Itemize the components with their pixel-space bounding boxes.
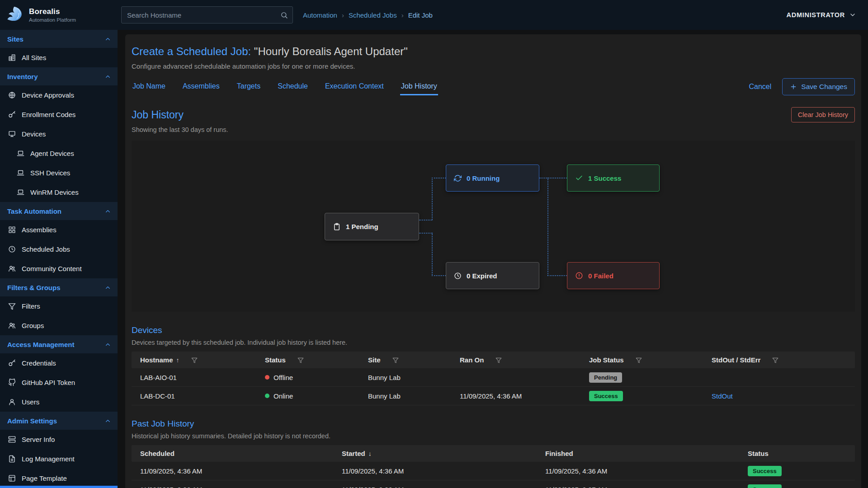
sidebar-item-credentials[interactable]: Credentials bbox=[0, 353, 118, 373]
sidebar-section-filters-groups[interactable]: Filters & Groups bbox=[0, 278, 118, 296]
filter-icon[interactable] bbox=[636, 357, 642, 363]
devices-column-ran-on[interactable]: Ran On bbox=[460, 356, 589, 364]
column-label: Started bbox=[342, 450, 365, 457]
check-icon bbox=[575, 174, 583, 182]
page-title-prefix: Create a Scheduled Job: bbox=[132, 45, 251, 57]
past-table-body: 11/09/2025, 4:36 AM11/09/2025, 4:36 AM11… bbox=[132, 462, 855, 488]
chevron-up-icon bbox=[104, 36, 111, 42]
sidebar-section-task-automation[interactable]: Task Automation bbox=[0, 202, 118, 220]
flow-box-failed[interactable]: 0 Failed bbox=[567, 262, 660, 289]
grid-icon bbox=[8, 226, 16, 234]
clear-job-history-button[interactable]: Clear Job History bbox=[791, 107, 855, 122]
tab-assemblies[interactable]: Assemblies bbox=[182, 79, 221, 95]
flow-box-running[interactable]: 0 Running bbox=[446, 164, 539, 192]
tab-job-history[interactable]: Job History bbox=[400, 79, 438, 95]
sidebar-item-assemblies[interactable]: Assemblies bbox=[0, 220, 118, 239]
flow-box-label: 1 Success bbox=[588, 174, 621, 182]
flow-box-success[interactable]: 1 Success bbox=[567, 164, 660, 192]
clock-icon bbox=[8, 245, 16, 253]
sidebar-item-filters[interactable]: Filters bbox=[0, 296, 118, 316]
devices-subheading: Devices targeted by this scheduled job. … bbox=[132, 339, 855, 346]
sidebar-item-groups[interactable]: Groups bbox=[0, 316, 118, 335]
sidebar-section-admin-settings[interactable]: Admin Settings bbox=[0, 412, 118, 430]
filter-icon[interactable] bbox=[297, 357, 304, 363]
content-panel: Create a Scheduled Job: "Hourly Borealis… bbox=[125, 34, 861, 488]
filter-icon[interactable] bbox=[191, 357, 198, 363]
user-menu[interactable]: ADMINISTRATOR bbox=[787, 11, 856, 19]
status-dot-icon bbox=[265, 394, 269, 398]
status-label: Online bbox=[274, 392, 293, 400]
sidebar-item-page-template[interactable]: Page Template bbox=[0, 469, 118, 488]
breadcrumb-edit-job[interactable]: Edit Job bbox=[408, 11, 433, 19]
devices-column-job-status[interactable]: Job Status bbox=[589, 356, 712, 364]
devices-column-hostname[interactable]: Hostname↑ bbox=[132, 356, 265, 364]
sidebar-section-inventory[interactable]: Inventory bbox=[0, 67, 118, 85]
finished-cell: 11/09/2025, 4:36 AM bbox=[545, 467, 748, 475]
sidebar-item-devices[interactable]: Devices bbox=[0, 124, 118, 144]
column-label: Hostname bbox=[140, 356, 173, 364]
past-job-row[interactable]: 11/09/2025, 3:36 AM11/09/2025, 3:36 AM11… bbox=[132, 480, 855, 488]
device-row-lab-aio-01[interactable]: LAB-AIO-01OfflineBunny LabPending bbox=[132, 368, 855, 387]
save-changes-label: Save Changes bbox=[801, 83, 847, 91]
started-cell: 11/09/2025, 4:36 AM bbox=[342, 467, 545, 475]
filter-icon[interactable] bbox=[495, 357, 502, 363]
sidebar-item-agent-devices[interactable]: Agent Devices bbox=[0, 144, 118, 163]
sidebar-nav: SitesAll SitesInventoryDevice ApprovalsE… bbox=[0, 30, 118, 488]
job-status-badge: Success bbox=[589, 391, 623, 401]
sidebar-item-device-approvals[interactable]: Device Approvals bbox=[0, 85, 118, 105]
sidebar-item-scheduled-jobs[interactable]: Scheduled Jobs bbox=[0, 239, 118, 259]
sidebar-item-enrollment-codes[interactable]: Enrollment Codes bbox=[0, 105, 118, 124]
breadcrumb-automation[interactable]: Automation bbox=[303, 11, 337, 19]
tab-targets[interactable]: Targets bbox=[236, 79, 261, 95]
laptop-icon bbox=[17, 188, 24, 196]
sidebar-item-users[interactable]: Users bbox=[0, 392, 118, 412]
stdout-link[interactable]: StdOut bbox=[712, 392, 733, 400]
devices-column-status[interactable]: Status bbox=[265, 356, 368, 364]
cancel-button[interactable]: Cancel bbox=[749, 83, 772, 91]
sidebar-item-all-sites[interactable]: All Sites bbox=[0, 48, 118, 67]
flow-box-expired[interactable]: 0 Expired bbox=[446, 262, 539, 289]
breadcrumb-scheduled-jobs[interactable]: Scheduled Jobs bbox=[349, 11, 397, 19]
breadcrumb-separator: › bbox=[401, 11, 404, 19]
sidebar-section-access-management[interactable]: Access Management bbox=[0, 335, 118, 353]
tab-execution-context[interactable]: Execution Context bbox=[324, 79, 385, 95]
devices-column-site[interactable]: Site bbox=[368, 356, 460, 364]
page-actions: Cancel Save Changes bbox=[749, 78, 855, 95]
sidebar-item-github-api-token[interactable]: GitHub API Token bbox=[0, 373, 118, 392]
devices-column-stdout-stderr[interactable]: StdOut / StdErr bbox=[712, 356, 855, 364]
nav-item-label: SSH Devices bbox=[30, 169, 70, 177]
sidebar-section-sites[interactable]: Sites bbox=[0, 30, 118, 48]
flow-box-pending[interactable]: 1 Pending bbox=[325, 213, 419, 240]
filter-icon bbox=[8, 302, 16, 310]
sidebar-item-winrm-devices[interactable]: WinRM Devices bbox=[0, 183, 118, 202]
save-changes-button[interactable]: Save Changes bbox=[782, 78, 855, 95]
section-label: Filters & Groups bbox=[7, 284, 61, 291]
section-label: Inventory bbox=[7, 73, 38, 80]
page-title: Create a Scheduled Job: "Hourly Borealis… bbox=[132, 34, 855, 58]
flow-connector bbox=[432, 233, 433, 276]
tab-schedule[interactable]: Schedule bbox=[277, 79, 309, 95]
tab-job-name[interactable]: Job Name bbox=[132, 79, 166, 95]
past-column-scheduled[interactable]: Scheduled bbox=[132, 450, 342, 457]
sidebar-selected-item-partial[interactable] bbox=[0, 486, 118, 488]
past-column-finished[interactable]: Finished bbox=[545, 450, 748, 457]
past-column-started[interactable]: Started↓ bbox=[342, 450, 545, 457]
brand-text: Borealis Automation Platform bbox=[29, 7, 76, 23]
chevron-up-icon bbox=[104, 284, 111, 291]
past-job-row[interactable]: 11/09/2025, 4:36 AM11/09/2025, 4:36 AM11… bbox=[132, 462, 855, 480]
filter-icon[interactable] bbox=[772, 357, 778, 363]
hostname-cell: LAB-AIO-01 bbox=[132, 374, 265, 381]
sidebar-item-server-info[interactable]: Server Info bbox=[0, 430, 118, 449]
alert-circle-icon bbox=[575, 272, 583, 280]
search-icon[interactable] bbox=[280, 11, 288, 19]
borealis-logo-icon bbox=[5, 5, 24, 24]
sidebar-item-community-content[interactable]: Community Content bbox=[0, 259, 118, 278]
sidebar-item-log-management[interactable]: Log Management bbox=[0, 449, 118, 469]
filter-icon[interactable] bbox=[392, 357, 399, 363]
device-row-lab-dc-01[interactable]: LAB-DC-01OnlineBunny Lab11/09/2025, 4:36… bbox=[132, 387, 855, 405]
past-column-status[interactable]: Status bbox=[748, 450, 855, 457]
search-input[interactable] bbox=[122, 11, 280, 19]
brand[interactable]: Borealis Automation Platform bbox=[0, 0, 118, 30]
sidebar-item-ssh-devices[interactable]: SSH Devices bbox=[0, 163, 118, 183]
nav-item-label: All Sites bbox=[22, 54, 46, 61]
